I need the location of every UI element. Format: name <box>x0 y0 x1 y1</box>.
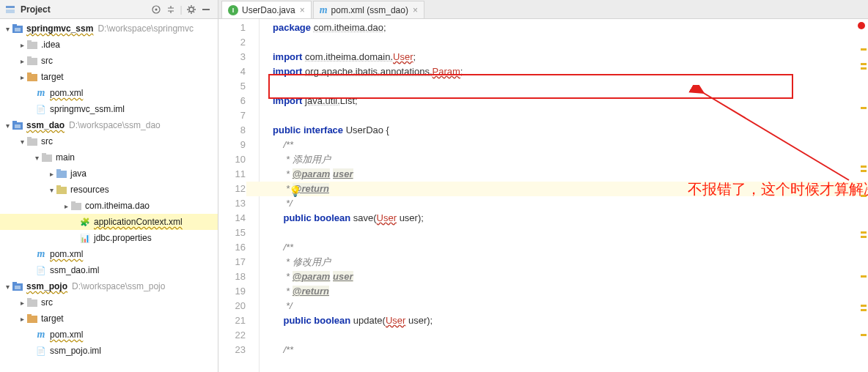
locate-icon[interactable] <box>149 2 163 17</box>
chevron-right-icon[interactable]: ▸ <box>18 73 26 81</box>
target-folder-icon <box>26 71 38 83</box>
svg-rect-1 <box>6 10 15 13</box>
maven-icon: m <box>35 329 47 341</box>
chevron-right-icon[interactable]: ▸ <box>18 299 26 307</box>
properties-icon: 📊 <box>79 232 91 244</box>
svg-rect-0 <box>6 6 15 8</box>
svg-rect-21 <box>42 153 46 156</box>
iml-icon: 📄 <box>35 345 47 357</box>
svg-rect-12 <box>27 56 32 59</box>
svg-rect-8 <box>15 28 21 31</box>
svg-rect-17 <box>15 124 21 128</box>
svg-rect-29 <box>12 282 17 285</box>
project-tree[interactable]: ▾ springmvc_ssm D:\workspace\springmvc ▸… <box>0 19 218 372</box>
editor-tabs: I UserDao.java × m pom.xml (ssm_dao) × <box>218 0 868 19</box>
gear-icon[interactable] <box>184 2 199 17</box>
project-view-icon[interactable] <box>3 2 18 17</box>
module-icon <box>12 23 23 34</box>
svg-point-4 <box>189 7 194 12</box>
target-folder-icon <box>26 313 38 324</box>
iml-icon: 📄 <box>35 103 47 115</box>
module-icon <box>12 119 23 131</box>
annotation-text: 不报错了，这个时候才算解决了资源加载问题 <box>688 182 868 196</box>
svg-rect-34 <box>27 314 32 317</box>
collapse-icon[interactable] <box>199 2 213 17</box>
folder-icon <box>26 39 38 51</box>
tree-module[interactable]: ▾ssm_pojoD:\workspace\ssm_pojo <box>0 278 218 294</box>
svg-rect-27 <box>71 201 76 204</box>
svg-rect-25 <box>56 185 61 188</box>
chevron-down-icon[interactable]: ▾ <box>3 283 12 291</box>
svg-rect-16 <box>12 121 17 124</box>
spring-xml-icon: 🧩 <box>79 216 91 228</box>
chevron-right-icon[interactable]: ▸ <box>18 315 26 323</box>
tree-folder[interactable]: ▸java <box>0 165 218 182</box>
module-icon <box>12 280 23 292</box>
chevron-down-icon[interactable]: ▾ <box>32 154 41 162</box>
svg-rect-19 <box>27 137 32 140</box>
code-editor[interactable]: 1234567891011121314151617181920212223 💡 … <box>218 19 868 372</box>
svg-rect-14 <box>27 72 32 75</box>
tree-folder[interactable]: ▸src <box>0 294 218 310</box>
chevron-down-icon[interactable]: ▾ <box>3 25 12 33</box>
tree-folder[interactable]: ▾resources <box>0 182 218 198</box>
maven-icon: m <box>35 248 47 260</box>
folder-icon <box>70 200 82 212</box>
svg-point-3 <box>155 8 158 10</box>
tree-folder[interactable]: ▾main <box>0 149 218 165</box>
editor-pane: I UserDao.java × m pom.xml (ssm_dao) × 1… <box>218 0 868 372</box>
chevron-down-icon[interactable]: ▾ <box>18 138 26 146</box>
ide-root: Project | ▾ springmvc_ssm D:\workspace\s… <box>0 0 868 372</box>
tree-folder[interactable]: ▸com.itheima.dao <box>0 198 218 214</box>
tree-folder[interactable]: ▸.idea <box>0 37 218 53</box>
tree-file[interactable]: 📄ssm_dao.iml <box>0 262 218 278</box>
chevron-down-icon[interactable]: ▾ <box>47 186 56 194</box>
tree-file[interactable]: mpom.xml <box>0 327 218 343</box>
tree-module[interactable]: ▾ssm_daoD:\workspace\ssm_dao <box>0 117 218 133</box>
tree-file[interactable]: 📄ssm_pojo.iml <box>0 343 218 359</box>
chevron-right-icon[interactable]: ▸ <box>62 202 70 210</box>
svg-rect-7 <box>12 24 17 27</box>
folder-icon <box>41 152 53 163</box>
iml-icon: 📄 <box>35 264 47 276</box>
chevron-down-icon[interactable]: ▾ <box>3 122 12 130</box>
svg-rect-32 <box>27 298 32 301</box>
folder-icon <box>26 55 38 67</box>
tree-folder[interactable]: ▸src <box>0 53 218 69</box>
close-icon[interactable]: × <box>300 5 305 15</box>
project-sidebar: Project | ▾ springmvc_ssm D:\workspace\s… <box>0 0 218 372</box>
tree-folder[interactable]: ▾src <box>0 133 218 149</box>
svg-rect-10 <box>27 40 32 43</box>
expand-all-icon[interactable] <box>163 2 178 17</box>
java-interface-icon: I <box>228 5 238 15</box>
tree-file[interactable]: mpom.xml <box>0 85 218 101</box>
chevron-right-icon[interactable]: ▸ <box>18 41 26 49</box>
tree-file[interactable]: mpom.xml <box>0 246 218 262</box>
chevron-right-icon[interactable]: ▸ <box>18 57 26 65</box>
folder-icon <box>26 135 38 147</box>
tree-module[interactable]: ▾ springmvc_ssm D:\workspace\springmvc <box>0 21 218 37</box>
folder-icon <box>26 297 38 308</box>
src-folder-icon <box>56 168 67 179</box>
maven-icon: m <box>320 4 328 16</box>
tab-userdao[interactable]: I UserDao.java × <box>221 1 312 18</box>
svg-rect-23 <box>56 169 61 172</box>
tree-file[interactable]: 📄springmvc_ssm.iml <box>0 101 218 117</box>
intention-bulb-icon[interactable]: 💡 <box>289 184 301 198</box>
tab-pom[interactable]: m pom.xml (ssm_dao) × <box>313 1 424 18</box>
tree-folder[interactable]: ▸target <box>0 310 218 327</box>
tree-file[interactable]: 📊jdbc.properties <box>0 230 218 246</box>
res-folder-icon <box>56 184 67 196</box>
maven-icon: m <box>35 87 47 99</box>
close-icon[interactable]: × <box>413 5 418 15</box>
tree-folder[interactable]: ▸target <box>0 69 218 85</box>
chevron-right-icon[interactable]: ▸ <box>47 170 56 178</box>
svg-rect-5 <box>202 9 210 10</box>
sidebar-header: Project | <box>0 0 218 19</box>
tree-file-selected[interactable]: 🧩applicationContext.xml <box>0 214 218 230</box>
sidebar-title: Project <box>21 4 149 15</box>
svg-rect-30 <box>15 286 21 289</box>
